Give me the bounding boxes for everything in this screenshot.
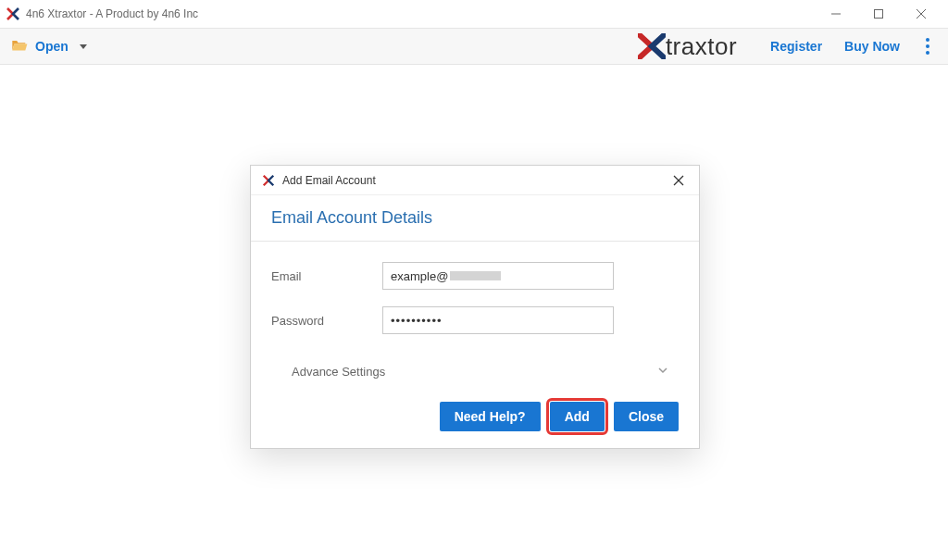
dialog-close-button[interactable] (669, 171, 688, 190)
main-toolbar: Open traxtor Register Buy Now (0, 28, 948, 65)
email-label: Email (271, 269, 382, 283)
chevron-down-icon (656, 364, 669, 380)
caret-down-icon (80, 44, 87, 49)
need-help-button[interactable]: Need Help? (440, 402, 541, 431)
password-label: Password (271, 314, 382, 328)
maximize-button[interactable] (857, 0, 900, 28)
window-title: 4n6 Xtraxtor - A Product by 4n6 Inc (26, 7, 198, 20)
app-icon (6, 6, 20, 21)
folder-open-icon (11, 39, 28, 55)
window-close-button[interactable] (900, 0, 942, 28)
svg-rect-1 (875, 10, 883, 19)
password-field[interactable] (382, 306, 614, 334)
dialog-title: Add Email Account (282, 174, 376, 187)
redacted-block (450, 271, 501, 280)
more-menu-button[interactable] (918, 38, 937, 55)
advance-settings-label: Advance Settings (292, 365, 385, 379)
open-button[interactable]: Open (11, 39, 87, 55)
minimize-button[interactable] (815, 0, 857, 28)
advance-settings-toggle[interactable]: Advance Settings (271, 351, 679, 396)
add-email-account-dialog: Add Email Account Email Account Details … (250, 165, 700, 449)
divider (251, 241, 699, 242)
brand-logo: traxtor (638, 32, 737, 61)
dialog-app-icon (262, 174, 275, 187)
add-button[interactable]: Add (550, 402, 605, 431)
register-link[interactable]: Register (770, 39, 822, 54)
open-button-label: Open (35, 39, 69, 54)
brand-text: traxtor (666, 32, 737, 61)
close-button[interactable]: Close (614, 402, 679, 431)
window-title-bar: 4n6 Xtraxtor - A Product by 4n6 Inc (0, 0, 948, 28)
dialog-heading: Email Account Details (271, 208, 679, 241)
main-content: Add Email Account Email Account Details … (0, 65, 948, 560)
buy-now-link[interactable]: Buy Now (844, 39, 900, 54)
dialog-title-bar: Add Email Account (251, 166, 699, 195)
